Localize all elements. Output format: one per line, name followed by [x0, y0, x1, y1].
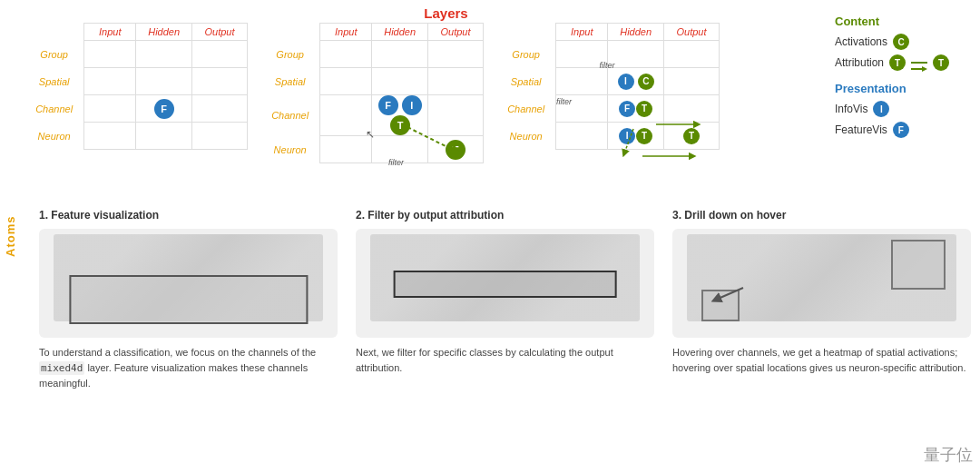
cell-2-channel-output — [428, 95, 484, 136]
attribution-badge-from: T — [889, 54, 906, 71]
cell-3-spatial-hidden: filter I C — [608, 68, 664, 95]
infovis-badge: I — [873, 101, 889, 117]
cell-2-spatial-hidden — [372, 68, 428, 95]
step-card-1: 1. Feature visualization To understand a… — [39, 209, 338, 464]
atoms-label: Atoms — [0, 0, 21, 473]
layers-title: Layers — [424, 5, 467, 21]
row-neuron-3: Neuron — [502, 123, 556, 150]
step-1-highlight-box — [69, 275, 308, 324]
cell-1-neuron-hidden — [136, 123, 192, 150]
col-hidden-3: Hidden — [608, 24, 664, 41]
cell-2-channel-input — [320, 95, 372, 136]
badge-I-3-neuron: I — [619, 128, 635, 144]
col-input-3: Input — [556, 24, 608, 41]
featurevis-item: FeatureVis F — [835, 122, 966, 138]
cell-1-group-hidden — [136, 41, 192, 68]
badge-C-3-spatial: C — [638, 74, 654, 90]
step-3-big-box — [891, 240, 946, 290]
step-3-arrow-svg — [672, 229, 790, 338]
cell-3-spatial-output — [664, 68, 720, 95]
badge-F-2: F — [378, 95, 398, 115]
arrow-svg — [911, 65, 927, 73]
col-input-1: Input — [84, 24, 136, 41]
presentation-title: Presentation — [835, 82, 966, 95]
col-hidden-1: Hidden — [136, 24, 192, 41]
col-output-3: Output — [664, 24, 720, 41]
cell-2-neuron-hidden — [372, 136, 428, 163]
cell-1-spatial-output — [192, 68, 248, 95]
cell-1-neuron-output — [192, 123, 248, 150]
row-channel-1: Channel — [30, 95, 84, 123]
col-output-1: Output — [192, 24, 248, 41]
activations-badge: C — [893, 34, 909, 50]
col-input-2: Input — [320, 24, 372, 41]
cell-3-group-hidden — [608, 41, 664, 68]
cell-3-neuron-input — [556, 123, 608, 150]
badge-I-3-spatial: I — [618, 74, 634, 90]
row-group-2: Group — [266, 41, 320, 68]
cell-3-neuron-output: T — [664, 123, 720, 150]
row-channel-2: Channel — [266, 95, 320, 136]
cell-2-neuron-output: T — [428, 136, 484, 163]
bottom-section: 1. Feature visualization To understand a… — [21, 200, 980, 473]
badge-T-3-channel: T — [636, 101, 652, 117]
infovis-item: InfoVis I — [835, 101, 966, 117]
featurevis-badge: F — [893, 122, 909, 138]
cell-1-channel-input — [84, 95, 136, 123]
col-hidden-2: Hidden — [372, 24, 428, 41]
step-2-highlight-box — [393, 271, 617, 298]
cell-3-channel-input — [556, 95, 608, 123]
cell-2-spatial-output — [428, 68, 484, 95]
attribution-arrow — [911, 62, 927, 64]
cell-3-spatial-input — [556, 68, 608, 95]
cell-1-group-output — [192, 41, 248, 68]
row-spatial-2: Spatial — [266, 68, 320, 95]
step-1-title: 1. Feature visualization — [39, 209, 338, 222]
row-spatial-3: Spatial — [502, 68, 556, 95]
grid-panel-3: Input Hidden Output Group — [502, 23, 720, 150]
row-group-1: Group — [30, 41, 84, 68]
row-spatial-1: Spatial — [30, 68, 84, 95]
step-3-image — [672, 229, 971, 338]
step-3-title: 3. Drill down on hover — [672, 209, 971, 222]
cell-3-channel-output — [664, 95, 720, 123]
step-1-image — [39, 229, 338, 338]
cell-3-group-output — [664, 41, 720, 68]
step-2-text: Next, we filter for specific classes by … — [356, 345, 654, 375]
svg-marker-8 — [922, 66, 927, 72]
cell-1-channel-hidden: F — [136, 95, 192, 123]
step-3-text: Hovering over channels, we get a heatmap… — [672, 345, 971, 375]
badge-T-2b: T — [446, 140, 466, 160]
activations-label: Activations — [835, 35, 887, 48]
attribution-badge-to: T — [933, 54, 949, 71]
step-1-code: mixed4d — [39, 361, 84, 375]
cell-1-channel-output — [192, 95, 248, 123]
badge-T-2: T — [390, 115, 410, 135]
step-2-title: 2. Filter by output attribution — [356, 209, 654, 222]
row-neuron-1: Neuron — [30, 123, 84, 150]
cell-3-neuron-hidden: I T — [608, 123, 664, 150]
col-output-2: Output — [428, 24, 484, 41]
cell-1-neuron-input — [84, 123, 136, 150]
cell-2-channel-hidden: F I T — [372, 95, 428, 136]
featurevis-label: FeatureVis — [835, 123, 887, 136]
cell-1-spatial-input — [84, 68, 136, 95]
activations-item: Activations C — [835, 34, 966, 50]
grid-panel-2: Input Hidden Output Group — [266, 23, 484, 163]
cell-2-spatial-input — [320, 68, 372, 95]
step-card-2: 2. Filter by output attribution Next, we… — [356, 209, 654, 464]
badge-I-2: I — [402, 95, 422, 115]
infovis-label: InfoVis — [835, 103, 867, 115]
step-card-3: 3. Drill down on hover — [672, 209, 971, 464]
cell-1-group-input — [84, 41, 136, 68]
attribution-label: Attribution — [835, 56, 884, 69]
attribution-item: Attribution T T — [835, 54, 966, 71]
cell-2-group-output — [428, 41, 484, 68]
badge-F-3: F — [619, 101, 635, 117]
right-panel: Content Activations C Attribution T — [821, 5, 980, 152]
grid-panel-1: Input Hidden Output Group — [30, 23, 248, 150]
cell-3-channel-hidden: F T — [608, 95, 664, 123]
step-2-image — [356, 229, 654, 338]
row-channel-3: Channel — [502, 95, 556, 123]
cell-1-spatial-hidden — [136, 68, 192, 95]
